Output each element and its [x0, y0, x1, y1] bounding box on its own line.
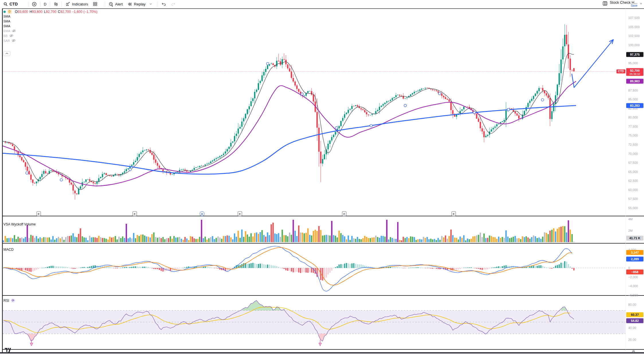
alert-button[interactable]: Alert [106, 1, 125, 7]
price-tick: 62,500 [628, 179, 643, 182]
rsi-pane-title[interactable]: RSI ⟳ [3, 298, 15, 303]
volume-value-badge: 41.71 K [626, 236, 643, 241]
macd-signal-badge: 3,147 [626, 250, 643, 255]
candlestick-icon [54, 2, 58, 7]
settings-gear-icon[interactable] [631, 349, 636, 354]
toolbar-divider [62, 1, 62, 7]
price-tick: 102,500 [628, 34, 643, 38]
sma-mid-value-badge: 89,983 [626, 79, 643, 84]
undo-button[interactable] [159, 1, 169, 7]
earnings-badge[interactable]: E [133, 211, 137, 216]
interval-label: D [44, 2, 46, 6]
price-tick: 60,000 [628, 188, 643, 192]
rsi-tick: 40.00 [628, 326, 643, 330]
price-tick: 75,000 [628, 134, 643, 137]
main-series-legend[interactable]: D O93,600H93,600L92,700C92,700 −1,600 (−… [3, 9, 97, 14]
macd-pane-title[interactable]: MACD [3, 248, 13, 252]
compare-add-button[interactable] [30, 1, 39, 7]
indicators-button[interactable]: Indicators [63, 1, 90, 7]
ohlc-value: 93,600 [32, 10, 43, 14]
indicator-row-sma-0[interactable]: SMA [3, 15, 10, 18]
indicator-row-sma-2[interactable]: SMA [3, 24, 10, 28]
toolbar-divider [50, 1, 50, 7]
indicator-row-bb-4[interactable]: BB [3, 34, 13, 38]
price-tick: 72,500 [628, 143, 643, 146]
macd-tick: −6,000 [628, 293, 643, 297]
replay-label: Replay [134, 2, 145, 6]
eye-off-icon[interactable] [9, 34, 13, 38]
chart-style-button[interactable] [51, 1, 60, 7]
price-tick: 100,000 [628, 43, 643, 47]
chart-area[interactable]: D O93,600H93,600L92,700C92,700 −1,600 (−… [0, 8, 644, 354]
ohlc-value: 92,700 [60, 10, 71, 14]
toolbar-divider [28, 1, 28, 7]
volume-pane-title[interactable]: VSA Wyckoff Volume [3, 222, 36, 226]
ohlc-key: O [15, 10, 17, 14]
save-button[interactable]: Save [631, 4, 637, 7]
earnings-badge[interactable]: E [452, 211, 456, 216]
indicator-templates-button[interactable] [91, 1, 100, 7]
price-tick: 67,500 [628, 161, 643, 164]
indicator-label: BB [3, 34, 8, 38]
replay-button[interactable]: Replay [125, 1, 148, 7]
chart-canvas[interactable] [0, 8, 644, 354]
rsi-ma-badge: 60.37 [626, 312, 643, 317]
layout-chevron-down-icon[interactable] [639, 1, 643, 7]
symbol-label: CTD [9, 2, 18, 6]
indicators-label: Indicators [72, 2, 88, 6]
redo-arrow-icon [171, 2, 176, 6]
replay-dropdown-chevron[interactable] [148, 1, 154, 7]
earnings-badge[interactable]: E [37, 211, 41, 216]
indicator-row-ema-3[interactable]: EMA [3, 29, 16, 33]
macd-tick: −4,000 [628, 284, 643, 288]
eye-off-icon[interactable] [12, 29, 16, 33]
symbol-price-chip: CTD [616, 69, 625, 73]
macd-tick: −2,000 [628, 275, 643, 279]
earnings-badge[interactable]: E [342, 211, 347, 216]
price-tick: 80,000 [628, 116, 643, 119]
price-tick: 85,000 [628, 98, 643, 101]
eye-off-icon[interactable] [12, 39, 15, 42]
tradingview-chart-window: CTD D Indicators Alert Replay [0, 0, 644, 354]
symbol-search-button[interactable]: CTD [1, 1, 20, 7]
interval-button[interactable]: D [42, 1, 49, 7]
price-tick: 95,000 [628, 61, 643, 65]
ohlc-values: O93,600H93,600L92,700C92,700 −1,600 (−1.… [13, 10, 97, 14]
market-status-dot [3, 11, 6, 13]
indicator-label: SMA [3, 15, 10, 18]
indicator-label: SMA [3, 20, 10, 23]
indicator-label: EMA [3, 29, 10, 33]
price-tick: 70,000 [628, 152, 643, 155]
volume-tick: 4M [628, 217, 643, 221]
toolbar-divider [158, 1, 158, 7]
top-toolbar: CTD D Indicators Alert Replay [0, 0, 644, 8]
rsi-refresh-icon[interactable]: ⟳ [11, 298, 15, 303]
earnings-badge[interactable]: E [238, 211, 242, 216]
indicator-row-sar-5[interactable]: SAR [3, 39, 15, 42]
indicators-icon [65, 2, 70, 6]
plus-circle-icon [32, 2, 37, 7]
chevron-down-icon [149, 2, 152, 6]
toolbar-divider [105, 1, 105, 7]
alert-clock-icon [109, 2, 113, 7]
last-price-badge: 92,70005:38:10 [626, 68, 643, 76]
price-tick: 77,500 [628, 125, 643, 128]
tradingview-logo[interactable] [4, 347, 12, 354]
interval-chip: D [7, 9, 12, 14]
indicator-row-sma-1[interactable]: SMA [3, 20, 10, 23]
ohlc-value: 93,600 [17, 10, 28, 14]
rsi-tick: 80.00 [628, 303, 643, 306]
sma-slow-value-badge: 83,283 [626, 103, 643, 108]
ohlc-value: 92,700 [46, 10, 56, 14]
redo-button[interactable] [169, 1, 178, 7]
sma-fast-value-badge: 97,375 [626, 52, 643, 57]
price-tick: 55,000 [628, 206, 643, 210]
price-tick: 105,000 [628, 25, 643, 29]
layout-panels-icon[interactable] [602, 1, 608, 7]
dividend-badge[interactable]: D [200, 211, 205, 216]
layout-title[interactable]: Stock Check H... [610, 1, 637, 4]
rsi-tick: 20.00 [628, 338, 643, 341]
collapse-indicators-button[interactable] [3, 51, 10, 56]
toolbar-right-cluster: Stock Check H... Save [602, 0, 643, 8]
ohlc-key: H [30, 10, 32, 14]
